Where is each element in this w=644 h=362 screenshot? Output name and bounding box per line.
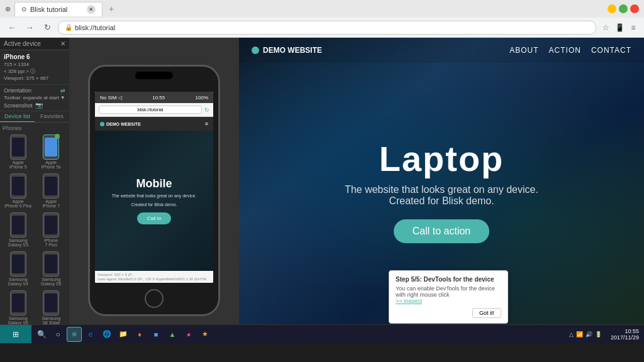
taskbar-blisk[interactable]: ⊕: [67, 327, 82, 342]
demo-nav-contact[interactable]: CONTACT: [591, 46, 631, 55]
demo-logo-text: DEMO WEBSITE: [263, 46, 322, 55]
content-area: No SIM ◁ 10:55 100% blisk://tutorial ↻ D…: [69, 38, 644, 343]
phone-hamburger-icon[interactable]: ≡: [205, 121, 208, 127]
tooltip-link[interactable]: >> Inspect: [396, 298, 422, 304]
phone-item-galaxy-s4[interactable]: SamsungGalaxy S4: [3, 250, 34, 287]
forward-button[interactable]: →: [23, 21, 36, 35]
phone-icon-iphone7: [43, 173, 59, 199]
phone-hero-title: Mobile: [136, 177, 172, 190]
phone-icon[interactable]: 📱: [614, 22, 625, 33]
phone-screen-7plus: [45, 216, 57, 234]
browser-window: ⊕ ⊙ Blisk tutorial ✕ + ← → ↻ 🔒 blisk://t…: [0, 0, 644, 343]
phone-label-iphone7plus: iPhone7 Plus: [44, 238, 58, 247]
start-button[interactable]: ⊞: [0, 325, 31, 343]
tooltip-title: Step 5/5: DevTools for the device: [396, 276, 501, 283]
screenshot-icon[interactable]: 📷: [35, 102, 43, 109]
tab-device-list[interactable]: Device list: [0, 111, 35, 122]
phone-cta-button[interactable]: Call to: [137, 212, 172, 224]
toolbar-icons: ☆ 📱 ≡: [600, 22, 639, 33]
phone-item-iphone7plus[interactable]: iPhone7 Plus: [36, 211, 67, 248]
demo-cta-button[interactable]: Call to action: [394, 219, 490, 243]
taskbar-search-icon: 🔍: [37, 330, 47, 339]
phone-label-galaxy-s4: SamsungGalaxy S4: [8, 277, 28, 286]
phone-home-button[interactable]: [145, 289, 164, 308]
taskbar-search[interactable]: 🔍: [34, 327, 49, 342]
demo-site-navbar: DEMO WEBSITE ABOUT ActiON CONTACT: [239, 38, 644, 63]
phone-item-iphone6plus[interactable]: AppleiPhone 6 Plus: [3, 172, 34, 209]
menu-icon[interactable]: ≡: [628, 22, 639, 33]
tray-icon1[interactable]: △: [569, 331, 574, 337]
phone-item-galaxy-s6[interactable]: SamsungGalaxy S6: [3, 289, 34, 326]
demo-nav-about[interactable]: ABOUT: [509, 46, 538, 55]
phone-label-iphone5s: AppleiPhone 5s: [42, 160, 61, 169]
phone-label-iphone7: AppleiPhone 7: [42, 199, 60, 208]
refresh-button[interactable]: ↻: [40, 21, 54, 35]
title-bar: ⊕ ⊙ Blisk tutorial ✕ +: [0, 0, 644, 18]
app2-icon: ■: [154, 331, 158, 338]
phone-item-galaxy-s5[interactable]: SamsungGalaxy S5: [36, 250, 67, 287]
device-viewport: Viewport: 375 × 667: [4, 75, 65, 81]
phone-label-iphone5: AppleiPhone 5: [9, 160, 27, 169]
tray-volume-icon[interactable]: 🔊: [586, 331, 592, 337]
address-text: blisk://tutorial: [75, 24, 115, 31]
tooltip-body: You can enable DevTools for the device w…: [396, 285, 501, 304]
phone-item-iphone5s[interactable]: AppleiPhone 5s: [36, 133, 67, 170]
taskbar-app5[interactable]: ★: [197, 327, 213, 342]
phones-grid: AppleiPhone 5 AppleiPhone 5s: [3, 133, 67, 326]
phone-screen-s3: [12, 216, 25, 234]
tab-close-button[interactable]: ✕: [87, 5, 96, 14]
orientation-toggle[interactable]: ⇄: [60, 87, 65, 94]
browser-tab[interactable]: ⊙ Blisk tutorial ✕: [14, 2, 103, 16]
phone-item-samsung-se[interactable]: SamsungSE Edge: [36, 289, 67, 326]
phone-label-iphone6plus: AppleiPhone 6 Plus: [4, 199, 31, 208]
sidebar-collapse-icon[interactable]: ✕: [60, 40, 65, 47]
phone-refresh-icon[interactable]: ↻: [204, 107, 209, 113]
taskbar-cortana[interactable]: ○: [50, 327, 65, 342]
tray-battery-icon[interactable]: 🔋: [595, 331, 602, 337]
demo-hero-title: Laptop: [379, 138, 504, 179]
phone-hero-section: Mobile The website that looks great on a…: [95, 131, 213, 271]
star-icon[interactable]: ☆: [600, 22, 611, 33]
demo-nav-links: ABOUT ActiON CONTACT: [509, 46, 631, 55]
app3-icon: ▲: [169, 331, 176, 338]
phone-icon-galaxy-s3: [10, 212, 26, 238]
phone-nav-logo-dot: [100, 122, 104, 126]
device-resolution: 715 × 1334: [4, 62, 65, 67]
phone-screen: [12, 138, 25, 156]
phone-icon-samsung-se: [43, 290, 59, 315]
device-ppi: < 328 ppi > ⓘ: [4, 68, 65, 75]
taskbar-app4[interactable]: ●: [181, 327, 196, 342]
tab-title: Blisk tutorial: [30, 6, 67, 13]
taskbar-tray: △ 📶 🔊 🔋: [565, 331, 606, 337]
demo-nav-action[interactable]: ActiON: [549, 46, 581, 55]
taskbar-clock[interactable]: 10:55 2017/11/29: [606, 328, 644, 341]
toolbar-setting[interactable]: Toolbar: expands at start ▼: [4, 95, 65, 101]
taskbar-app3[interactable]: ▲: [165, 327, 180, 342]
got-it-button[interactable]: Got it!: [472, 308, 501, 318]
phone-item-iphone5[interactable]: AppleiPhone 5: [3, 133, 34, 170]
minimize-button[interactable]: [608, 4, 616, 13]
phones-section-title: Phones: [3, 125, 67, 131]
close-button[interactable]: [630, 4, 639, 13]
tab-favorites[interactable]: Favorites: [35, 111, 69, 122]
taskbar-app1[interactable]: ♦: [132, 327, 147, 342]
address-bar[interactable]: 🔒 blisk://tutorial: [58, 21, 596, 35]
phone-viewport-info: Viewport: 320 × 5 (P...: [97, 273, 211, 277]
taskbar-chrome[interactable]: 🌐: [99, 327, 114, 342]
phone-item-iphone7[interactable]: AppleiPhone 7: [36, 172, 67, 209]
new-tab-button[interactable]: +: [109, 4, 114, 14]
tooltip: Step 5/5: DevTools for the device You ca…: [389, 270, 508, 324]
taskbar-app2[interactable]: ■: [148, 327, 164, 342]
app1-icon: ♦: [138, 331, 142, 338]
tray-network-icon[interactable]: 📶: [576, 331, 583, 337]
taskbar-ie[interactable]: e: [83, 327, 98, 342]
phone-icon-iphone5s: [43, 134, 59, 160]
phone-icon-iphone7plus: [43, 212, 59, 238]
phone-item-galaxy-s3[interactable]: SamsungGalaxy S3: [3, 211, 34, 248]
phone-status-bar: No SIM ◁ 10:55 100%: [95, 92, 213, 103]
phone-footer-info: Viewport: 320 × 5 (P... User-agent: Mozi…: [95, 271, 213, 283]
taskbar-files[interactable]: 📁: [116, 327, 131, 342]
phone-url-input[interactable]: blisk://tutorial: [99, 106, 202, 114]
maximize-button[interactable]: [619, 4, 628, 13]
back-button[interactable]: ←: [5, 21, 19, 35]
